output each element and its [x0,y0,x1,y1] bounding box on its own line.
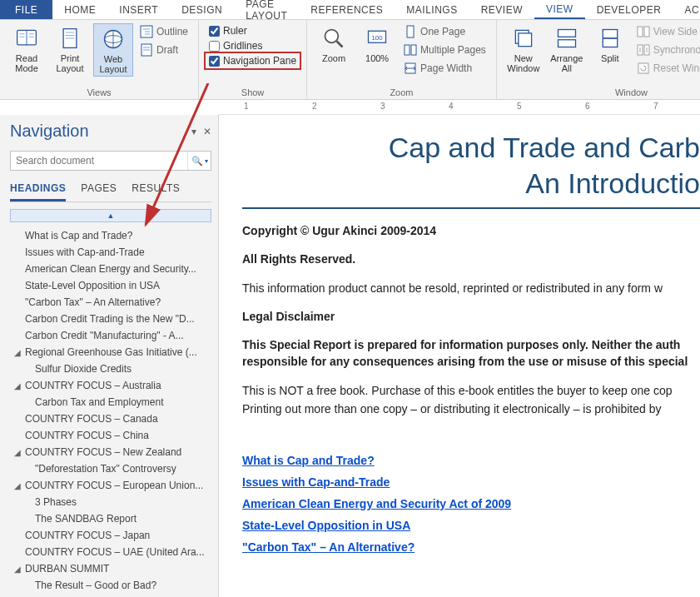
one-page-button[interactable]: One Page [404,25,486,38]
draft-label: Draft [156,44,178,56]
nav-heading-item[interactable]: COUNTRY FOCUS – China [10,427,211,444]
tab-design[interactable]: DESIGN [170,0,234,19]
svg-line-21 [337,42,343,47]
svg-rect-24 [407,26,414,37]
collapse-icon[interactable]: ◢ [10,381,25,391]
nav-heading-item[interactable]: Carbon Tax and Employment [10,394,211,410]
nav-tab-headings[interactable]: HEADINGS [10,182,66,201]
nav-search: 🔍▾ [10,151,211,171]
svg-rect-41 [638,63,648,73]
collapse-icon[interactable]: ◢ [10,348,25,357]
toc-link[interactable]: Issues with Cap-and-Trade [242,475,700,489]
outline-button[interactable]: Outline [140,25,188,38]
nav-heading-item[interactable]: ◢COUNTRY FOCUS – New Zealand [10,444,211,460]
nav-item-label: State-Level Opposition in USA [25,280,160,291]
read-mode-label: ReadMode [15,53,38,73]
tab-mailings[interactable]: MAILINGS [395,0,469,19]
tab-insert[interactable]: INSERT [107,0,170,19]
toc-link[interactable]: State-Level Opposition in USA [242,519,700,532]
outline-label: Outline [156,26,188,37]
gridlines-label: Gridlines [223,40,262,52]
views-group-label: Views [7,87,191,97]
nav-item-label: American Clean Energy and Security... [25,263,196,275]
tab-page-layout[interactable]: PAGE LAYOUT [234,0,299,19]
ruler-checkbox[interactable]: Ruler [209,25,296,37]
page-width-button[interactable]: Page Width [404,62,486,75]
nav-item-label: Issues with Cap-and-Trade [25,246,145,258]
doc-legal-head: Legal Disclaimer [242,308,700,325]
navigation-pane-checkbox[interactable]: Navigation Pane [209,55,296,67]
nav-item-label: COUNTRY FOCUS – European Union... [25,480,203,491]
nav-dropdown-icon[interactable]: ▾ [191,126,196,137]
nav-heading-item[interactable]: State-Level Opposition in USA [10,277,211,294]
nav-item-label: Regional Greenhouse Gas Initiative (... [25,346,197,358]
tab-developer[interactable]: DEVELOPER [585,0,673,19]
window-group-label: Window [504,87,700,97]
nav-heading-item[interactable]: Carbon Credit "Manufacturing" - A... [10,327,211,344]
tab-acrobat[interactable]: ACROBAT [673,0,700,19]
search-input[interactable] [11,152,187,170]
nav-heading-item[interactable]: Issues with Cap-and-Trade [10,244,211,261]
tab-review[interactable]: REVIEW [469,0,534,19]
show-group-label: Show [206,87,300,97]
nav-item-label: The Result – Good or Bad? [35,580,156,591]
ruler-tick: 1 [244,102,249,111]
nav-tab-results[interactable]: RESULTS [132,182,180,201]
nav-heading-item[interactable]: COUNTRY FOCUS – Canada [10,410,211,427]
nav-heading-item[interactable]: What is Cap and Trade? [10,227,211,244]
tab-file[interactable]: FILE [0,0,52,19]
web-layout-button[interactable]: WebLayout [93,23,133,77]
toc-link[interactable]: American Clean Energy and Security Act o… [242,497,700,510]
nav-heading-item[interactable]: ◢DURBAN SUMMIT [10,560,211,577]
doc-p2b: Printing out more than one copy – or dis… [242,400,700,417]
nav-heading-item[interactable]: American Clean Energy and Security... [10,261,211,277]
collapse-icon[interactable]: ◢ [10,481,25,490]
print-layout-button[interactable]: PrintLayout [50,23,90,75]
print-layout-icon [57,25,83,52]
nav-heading-item[interactable]: COUNTRY FOCUS – Japan [10,527,211,544]
draft-button[interactable]: Draft [140,43,188,57]
nav-heading-item[interactable]: "Deforestation Tax" Controversy [10,460,211,477]
nav-heading-item[interactable]: Carbon Credit Trading is the New "D... [10,311,211,327]
synchronous-scrolling-button[interactable]: Synchronous Scrolling [637,43,700,57]
ruler-tick: 6 [585,102,590,111]
nav-heading-item[interactable]: Sulfur Dioxide Credits [10,361,211,377]
nav-item-label: COUNTRY FOCUS – Canada [25,413,158,425]
hundred-percent-button[interactable]: 100 100% [357,23,397,65]
reset-window-position-button[interactable]: Reset Window Position [637,62,700,75]
toc-link[interactable]: "Carbon Tax" – An Alternative? [242,540,700,554]
gridlines-checkbox[interactable]: Gridlines [209,40,296,52]
new-window-button[interactable]: NewWindow [504,23,544,75]
nav-heading-item[interactable]: "Carbon Tax" – An Alternative? [10,294,211,311]
nav-heading-item[interactable]: 3 Phases [10,494,211,510]
read-mode-button[interactable]: ReadMode [7,23,47,75]
nav-heading-item[interactable]: ◢COUNTRY FOCUS – Australia [10,377,211,394]
collapse-icon[interactable]: ◢ [10,448,25,457]
nav-tab-pages[interactable]: PAGES [81,182,117,201]
nav-heading-item[interactable]: COUNTRY FOCUS – UAE (United Ara... [10,544,211,560]
tab-references[interactable]: REFERENCES [299,0,395,19]
arrange-all-button[interactable]: ArrangeAll [547,23,587,75]
split-button[interactable]: Split [590,23,630,65]
view-side-by-side-button[interactable]: View Side by Side [637,25,700,38]
nav-item-label: DURBAN SUMMIT [25,563,109,575]
zoom-label: Zoom [322,53,345,63]
nav-heading-item[interactable]: The SANDBAG Report [10,510,211,527]
toc-link[interactable]: What is Cap and Trade? [242,454,700,467]
nav-close-icon[interactable]: ✕ [203,126,211,137]
search-button[interactable]: 🔍▾ [187,152,211,170]
collapse-icon[interactable]: ◢ [10,565,25,574]
tab-home[interactable]: HOME [52,0,107,19]
multiple-pages-button[interactable]: Multiple Pages [404,43,486,57]
document-area[interactable]: Cap and Trade and Carb An Introductio Co… [219,115,700,597]
ruler-label: Ruler [223,25,247,37]
horizontal-ruler[interactable]: 1234567 [219,100,700,115]
zoom-button[interactable]: Zoom [314,23,354,65]
navigation-pane: Navigation ▾ ✕ 🔍▾ HEADINGS PAGES RESULTS… [0,115,219,597]
nav-heading-item[interactable]: ◢COUNTRY FOCUS – European Union... [10,477,211,494]
read-mode-icon [13,25,40,52]
nav-heading-item[interactable]: The Result – Good or Bad? [10,577,211,594]
nav-collapse-all[interactable]: ▲ [10,209,211,222]
nav-heading-item[interactable]: ◢Regional Greenhouse Gas Initiative (... [10,344,211,361]
tab-view[interactable]: VIEW [534,0,585,19]
